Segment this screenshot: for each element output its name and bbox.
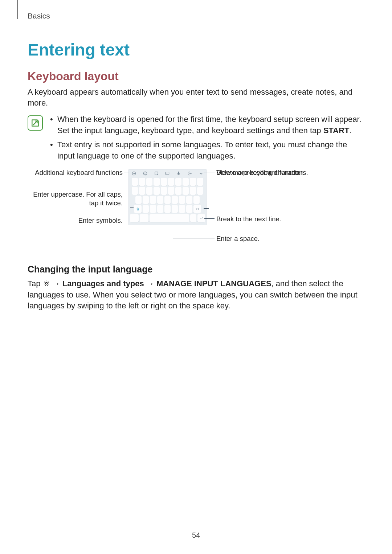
callout-additional-functions: Additional keyboard functions: [28, 168, 123, 177]
notice-item-1a: When the keyboard is opened for the firs…: [57, 115, 362, 135]
keyboard-diagram: Additional keyboard functions Enter uppe…: [28, 168, 364, 252]
callout-uppercase: Enter uppercase. For all caps, tap it tw…: [28, 190, 123, 208]
notice-item-2: Text entry is not supported in some lang…: [57, 139, 364, 162]
gif-icon: [165, 171, 170, 176]
svg-point-2: [144, 173, 145, 173]
note-icon: [28, 115, 43, 131]
enter-key-icon: [197, 214, 205, 222]
svg-point-8: [45, 282, 47, 284]
lang-para-d: →: [144, 279, 156, 288]
keyboard-illustration: [128, 169, 207, 225]
settings-icon: [187, 171, 192, 176]
expand-icon: [199, 171, 204, 176]
svg-point-1: [143, 172, 147, 175]
subsubsection-title: Changing the input language: [28, 264, 364, 275]
lang-para-b: →: [50, 279, 62, 288]
svg-point-0: [132, 172, 135, 175]
gear-icon: [43, 280, 50, 289]
callout-newline: Break to the next line.: [216, 215, 281, 223]
page-number: 54: [0, 531, 392, 539]
backspace-key-icon: [193, 205, 201, 213]
callout-space: Enter a space.: [216, 234, 260, 243]
live-message-icon: [131, 171, 136, 176]
notice-item-1: When the keyboard is opened for the firs…: [57, 114, 364, 136]
running-head: Basics: [28, 12, 50, 20]
scan-gutter: [17, 0, 18, 19]
emoji-icon: [143, 171, 148, 176]
svg-rect-6: [178, 172, 179, 174]
lang-para-c: Languages and types: [62, 279, 144, 288]
change-language-paragraph: Tap → Languages and types → MANAGE INPUT…: [28, 278, 364, 311]
notice-item-1c: .: [349, 126, 351, 135]
svg-point-3: [146, 173, 146, 173]
shift-key-icon: [134, 205, 142, 213]
intro-paragraph: A keyboard appears automatically when yo…: [28, 87, 364, 108]
subsection-title: Keyboard layout: [28, 70, 364, 83]
svg-point-7: [189, 173, 191, 174]
notice-item-1b: START: [323, 126, 350, 135]
sticker-icon: [154, 171, 159, 176]
lang-para-a: Tap: [28, 279, 43, 288]
notice-block: When the keyboard is opened for the firs…: [28, 114, 364, 164]
lang-para-e: MANAGE INPUT LANGUAGES: [156, 279, 271, 288]
svg-rect-5: [166, 172, 169, 175]
callout-delete: Delete a preceding character.: [216, 168, 304, 177]
callout-symbols: Enter symbols.: [28, 216, 123, 225]
page-title: Entering text: [28, 40, 364, 59]
voice-icon: [176, 171, 181, 176]
